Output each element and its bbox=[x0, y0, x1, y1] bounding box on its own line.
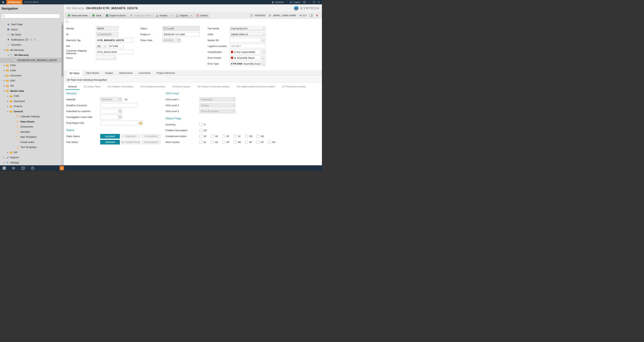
flag-checkbox-3d[interactable]: 3D bbox=[211, 135, 222, 138]
cancel-button[interactable]: Cancel bbox=[194, 13, 210, 18]
submitted-date-input[interactable] bbox=[100, 110, 118, 112]
id-prefix-dropdown[interactable]: 8D ▾ bbox=[96, 44, 106, 48]
maximize-button[interactable] bbox=[313, 1, 315, 3]
flag-checkbox-4l[interactable]: 4L bbox=[200, 141, 211, 144]
sidebar-item-text-templates[interactable]: Text Templates bbox=[0, 145, 61, 150]
home-icon[interactable] bbox=[2, 1, 4, 3]
subtab-d4-root-causes[interactable]: D4 Root Causes bbox=[170, 84, 193, 90]
chevron-right-icon[interactable]: ▸ bbox=[2, 162, 6, 164]
part-status-option-not-analyzed[interactable]: Not Analyzed bbox=[141, 140, 161, 144]
chevron-right-icon[interactable]: ▸ bbox=[2, 80, 6, 82]
chevron-down-icon[interactable]: ▾ bbox=[6, 110, 10, 112]
identity-input[interactable] bbox=[96, 26, 118, 31]
sidebar-item-8d-warranty-module[interactable]: ▾ 8D Warranty bbox=[0, 52, 61, 58]
investigation-close-date-box[interactable] bbox=[100, 115, 122, 119]
imports-button[interactable]: Imports ▾ bbox=[154, 13, 174, 18]
sidebar-item-dictionaries[interactable]: Dictionaries bbox=[0, 124, 61, 130]
outputs-button[interactable]: Outputs ▾ bbox=[174, 13, 194, 18]
tab-attachments[interactable]: Attachments bbox=[116, 70, 136, 76]
chevron-right-icon[interactable]: ▸ bbox=[2, 74, 6, 77]
chevron-right-icon[interactable]: ▸ bbox=[2, 156, 6, 158]
app-title-badge[interactable]: D8 Warranty bbox=[6, 0, 22, 4]
flag-checkbox-4p[interactable]: 4P bbox=[222, 141, 234, 144]
subtab-d5-chosen-corrective-actions[interactable]: D5 Chosen Corrective Actions bbox=[195, 84, 232, 90]
id-number-input[interactable] bbox=[107, 44, 124, 48]
subtab-general[interactable]: General bbox=[65, 84, 80, 90]
claim-status-option-rejected[interactable]: Rejected bbox=[121, 134, 140, 138]
save-and-close-button[interactable]: Save and close bbox=[66, 13, 90, 18]
flag-checkbox-3f[interactable]: 3F bbox=[222, 135, 234, 138]
investigation-calendar-button[interactable] bbox=[118, 115, 122, 119]
flag-checkbox-3j[interactable]: 3J bbox=[234, 135, 245, 138]
sidebar-item-favorites[interactable]: Favorites bbox=[0, 42, 61, 48]
logout-button[interactable]: Logout bbox=[290, 1, 300, 3]
sidebar-item-general[interactable]: ▾ General bbox=[0, 109, 61, 114]
tab-images[interactable]: Images bbox=[102, 70, 116, 76]
id-input[interactable] bbox=[96, 32, 118, 36]
search-input[interactable] bbox=[6, 14, 59, 18]
close-date-input[interactable] bbox=[163, 39, 176, 42]
display-monitor-icon[interactable] bbox=[303, 1, 306, 3]
sidebar-item-reports[interactable]: ▸ Reports bbox=[0, 155, 61, 160]
close-date-box[interactable] bbox=[162, 38, 181, 42]
flag-checkbox-4a[interactable]: 4A bbox=[211, 141, 222, 144]
sidebar-item-master-data[interactable]: ▾ Master Data bbox=[0, 88, 61, 94]
tab-project-elements[interactable]: Project Elements bbox=[154, 70, 178, 76]
sidebar-item-cms[interactable]: ▸ CMS bbox=[0, 63, 61, 68]
deadline-comment-input[interactable] bbox=[100, 103, 138, 108]
chevron-right-icon[interactable]: ▸ bbox=[2, 85, 6, 87]
customer-shipping-reference-input[interactable] bbox=[96, 50, 133, 54]
classification-picker-button[interactable]: … bbox=[262, 50, 266, 54]
save-button[interactable]: Save bbox=[90, 13, 104, 18]
error-type-box[interactable]: KYR-5468 Assembly issue bbox=[230, 62, 261, 66]
sidebar-scrollbar[interactable]: ∧ ∨ bbox=[61, 22, 64, 165]
sidebar-search[interactable] bbox=[1, 14, 60, 18]
error-cluster-box[interactable]: A Assembly failure bbox=[230, 56, 261, 60]
master-8d-box[interactable] bbox=[230, 38, 261, 42]
sidebar-item-master-document[interactable]: ▸ Document bbox=[0, 99, 61, 104]
sidebar-item-identities[interactable]: Identities bbox=[0, 130, 61, 134]
vda-level-2-dropdown[interactable]: Joining ▾ bbox=[200, 103, 236, 108]
chevron-right-icon[interactable]: ▸ bbox=[6, 105, 10, 108]
deadline-date-box[interactable] bbox=[100, 97, 122, 102]
error-type-picker-button[interactable]: … bbox=[262, 62, 266, 66]
sidebar-item-my-tasks[interactable]: My Tasks bbox=[0, 32, 61, 37]
oem-dropdown[interactable]: DEMO OEM 23 ▾ bbox=[230, 32, 266, 36]
sidebar-item-data-sheets[interactable]: Data Sheets bbox=[0, 119, 61, 124]
history-icon[interactable] bbox=[12, 166, 15, 170]
warranty-tag-input[interactable] bbox=[96, 38, 133, 42]
sidebar-item-master-hr[interactable]: ▸ HR bbox=[0, 150, 61, 155]
part-status-option-defected[interactable]: Defected bbox=[100, 140, 120, 144]
sidebar-item-crm[interactable]: ▸ CRM bbox=[0, 68, 61, 73]
subtab-d3-containment-action[interactable]: D3 Containment Action bbox=[138, 84, 168, 90]
sidebar-item-finance[interactable]: ▸ Finance bbox=[0, 104, 61, 109]
current-user[interactable]: sysadmin bbox=[272, 1, 284, 3]
chevron-down-icon[interactable]: ▾ bbox=[2, 49, 6, 51]
subtab-d7-preventive-actions[interactable]: D7 Preventive Actions bbox=[279, 84, 308, 90]
sidebar-item-notifications[interactable]: Notifications 0 0 0 bbox=[0, 37, 61, 42]
chevron-right-icon[interactable]: ▸ bbox=[6, 151, 10, 154]
claim-status-option-on-analysis[interactable]: On Analysis bbox=[141, 134, 161, 138]
chevron-right-icon[interactable]: ▸ bbox=[6, 95, 10, 97]
help-icon[interactable]: ? bbox=[31, 166, 34, 170]
final-report-browse-button[interactable] bbox=[138, 121, 143, 125]
chevron-right-icon[interactable]: ▸ bbox=[2, 69, 6, 72]
layout-panels-icon[interactable] bbox=[310, 14, 313, 17]
flag-checkbox-4o[interactable]: 4O bbox=[268, 141, 279, 144]
flag-checkbox-2d[interactable]: 2D bbox=[200, 129, 211, 132]
logistics-location-box[interactable]: JLR-RET bbox=[230, 44, 266, 48]
close-date-calendar-button[interactable] bbox=[176, 38, 181, 42]
sidebar-item-record-d8-000183[interactable]: D8-000183 KYR_86534876_HZGT6 bbox=[0, 58, 61, 63]
caret-down-icon[interactable]: ▾ bbox=[169, 14, 171, 16]
subtab-d6-implemented-corrective-actions[interactable]: D6 Implemented Corrective Actions bbox=[234, 84, 278, 90]
sidebar-item-calendar-settings[interactable]: Calendar Settings bbox=[0, 114, 61, 119]
submitted-calendar-button[interactable] bbox=[118, 109, 122, 113]
flag-checkbox-4d[interactable]: 4D bbox=[234, 141, 245, 144]
master-8d-picker-button[interactable]: … bbox=[262, 38, 266, 42]
close-window-button[interactable]: ✕ bbox=[318, 1, 320, 3]
flag-checkbox-3n[interactable]: 3N bbox=[256, 135, 268, 138]
sidebar-item-settings[interactable]: ▸ Settings bbox=[0, 160, 61, 165]
tab-8d-steps[interactable]: 8D Steps bbox=[66, 70, 83, 76]
export-to-excel-button[interactable]: Export to Excel bbox=[104, 13, 128, 18]
deadline-calendar-button[interactable] bbox=[118, 97, 122, 102]
